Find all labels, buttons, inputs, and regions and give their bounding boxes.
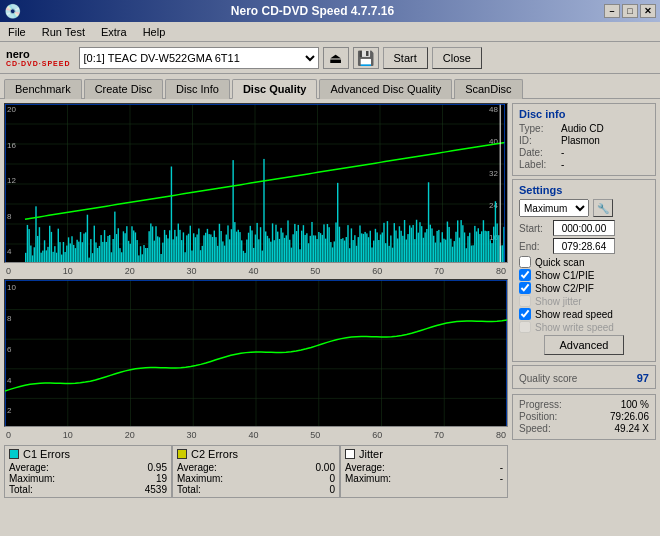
start-label: Start: (519, 223, 553, 234)
advanced-button[interactable]: Advanced (544, 335, 624, 355)
progress-section: Progress: 100 % Position: 79:26.06 Speed… (512, 394, 656, 440)
show-c1-label: Show C1/PIE (535, 270, 594, 281)
c2-avg-label: Average: (177, 462, 217, 473)
tab-scandisc[interactable]: ScanDisc (454, 79, 522, 99)
id-label: ID: (519, 135, 557, 146)
jitter-max-label: Maximum: (345, 473, 391, 484)
show-jitter-checkbox (519, 295, 531, 307)
eject-button[interactable]: ⏏ (323, 47, 349, 69)
c2-max-label: Maximum: (177, 473, 223, 484)
tab-create-disc[interactable]: Create Disc (84, 79, 163, 99)
menu-run-test[interactable]: Run Test (38, 25, 89, 39)
jitter-color-box (345, 449, 355, 459)
c1-total-value: 4539 (145, 484, 167, 495)
speed-value: 49.24 X (615, 423, 649, 434)
quality-score-value: 97 (637, 372, 649, 384)
tab-advanced-disc-quality[interactable]: Advanced Disc Quality (319, 79, 452, 99)
disc-label-label: Label: (519, 159, 557, 170)
c1-total-label: Total: (9, 484, 33, 495)
c2-title: C2 Errors (191, 448, 238, 460)
show-read-speed-label: Show read speed (535, 309, 613, 320)
settings-icon-btn[interactable]: 🔧 (593, 199, 613, 217)
c2-avg-value: 0.00 (316, 462, 335, 473)
maximize-button[interactable]: □ (622, 4, 638, 18)
progress-label: Progress: (519, 399, 562, 410)
quality-section: Quality score 97 (512, 365, 656, 389)
speed-select[interactable]: Maximum (519, 199, 589, 217)
titlebar-title: Nero CD-DVD Speed 4.7.7.16 (231, 4, 394, 18)
end-input[interactable] (553, 238, 615, 254)
show-write-speed-row: Show write speed (519, 321, 649, 333)
legend: C1 Errors Average:0.95 Maximum:19 Total:… (4, 445, 508, 498)
menu-extra[interactable]: Extra (97, 25, 131, 39)
toolbar: nero CD·DVD·SPEED [0:1] TEAC DV-W522GMA … (0, 42, 660, 74)
right-panel: Disc info Type: Audio CD ID: Plasmon Dat… (512, 103, 656, 531)
show-read-speed-row: Show read speed (519, 308, 649, 320)
titlebar: 💿 Nero CD-DVD Speed 4.7.7.16 – □ ✕ (0, 0, 660, 22)
titlebar-left: 💿 (4, 3, 21, 19)
progress-value: 100 % (621, 399, 649, 410)
show-jitter-label: Show jitter (535, 296, 582, 307)
start-button[interactable]: Start (383, 47, 428, 69)
type-label: Type: (519, 123, 557, 134)
show-write-speed-label: Show write speed (535, 322, 614, 333)
c2-total-value: 0 (329, 484, 335, 495)
date-value: - (561, 147, 564, 158)
show-jitter-row: Show jitter (519, 295, 649, 307)
quick-scan-label: Quick scan (535, 257, 584, 268)
tab-disc-quality[interactable]: Disc Quality (232, 79, 318, 99)
close-button[interactable]: ✕ (640, 4, 656, 18)
tab-disc-info[interactable]: Disc Info (165, 79, 230, 99)
quick-scan-checkbox[interactable] (519, 256, 531, 268)
close-disc-button[interactable]: Close (432, 47, 482, 69)
show-read-speed-checkbox[interactable] (519, 308, 531, 320)
show-c2-label: Show C2/PIF (535, 283, 594, 294)
content: 0 10 20 30 40 50 60 70 80 0 10 20 30 40 … (0, 99, 660, 535)
legend-c2: C2 Errors Average:0.00 Maximum:0 Total:0 (172, 445, 340, 498)
save-button[interactable]: 💾 (353, 47, 379, 69)
jitter-avg-label: Average: (345, 462, 385, 473)
legend-c1: C1 Errors Average:0.95 Maximum:19 Total:… (4, 445, 172, 498)
c1-color-box (9, 449, 19, 459)
menubar: File Run Test Extra Help (0, 22, 660, 42)
main-chart-x-labels: 0 10 20 30 40 50 60 70 80 (4, 266, 508, 276)
c2-color-box (177, 449, 187, 459)
position-label: Position: (519, 411, 557, 422)
tabs: Benchmark Create Disc Disc Info Disc Qua… (0, 74, 660, 99)
position-value: 79:26.06 (610, 411, 649, 422)
menu-help[interactable]: Help (139, 25, 170, 39)
show-c2-row: Show C2/PIF (519, 282, 649, 294)
speed-label: Speed: (519, 423, 551, 434)
quick-scan-row: Quick scan (519, 256, 649, 268)
type-value: Audio CD (561, 123, 604, 134)
show-c2-checkbox[interactable] (519, 282, 531, 294)
jitter-title: Jitter (359, 448, 383, 460)
c1-avg-value: 0.95 (148, 462, 167, 473)
main-chart (4, 103, 508, 263)
disc-info-title: Disc info (519, 108, 649, 120)
sub-chart-x-labels: 0 10 20 30 40 50 60 70 80 (4, 430, 508, 440)
disc-info-section: Disc info Type: Audio CD ID: Plasmon Dat… (512, 103, 656, 176)
app-icon: 💿 (4, 3, 21, 19)
quality-score-label: Quality score (519, 373, 577, 384)
show-c1-row: Show C1/PIE (519, 269, 649, 281)
id-value: Plasmon (561, 135, 600, 146)
c1-avg-label: Average: (9, 462, 49, 473)
show-c1-checkbox[interactable] (519, 269, 531, 281)
nero-logo-sub: CD·DVD·SPEED (6, 60, 71, 67)
start-input[interactable] (553, 220, 615, 236)
disc-label-value: - (561, 159, 564, 170)
end-label: End: (519, 241, 553, 252)
nero-logo-text: nero (6, 49, 71, 60)
show-write-speed-checkbox (519, 321, 531, 333)
c2-total-label: Total: (177, 484, 201, 495)
jitter-avg-value: - (500, 462, 503, 473)
minimize-button[interactable]: – (604, 4, 620, 18)
date-label: Date: (519, 147, 557, 158)
tab-benchmark[interactable]: Benchmark (4, 79, 82, 99)
settings-section: Settings Maximum 🔧 Start: End: Quick sca… (512, 179, 656, 362)
drive-selector[interactable]: [0:1] TEAC DV-W522GMA 6T11 (79, 47, 319, 69)
menu-file[interactable]: File (4, 25, 30, 39)
c1-max-label: Maximum: (9, 473, 55, 484)
titlebar-controls: – □ ✕ (604, 4, 656, 18)
